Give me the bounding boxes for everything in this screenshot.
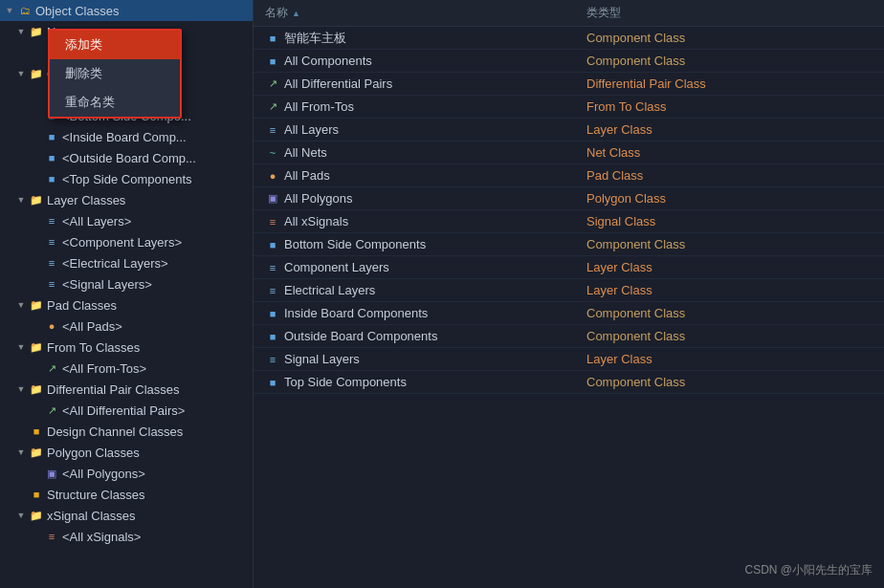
tree-label: <All Differential Pairs> [62,403,185,418]
col-name-label: 名称 [265,5,288,21]
table-row[interactable]: ≡ Signal Layers Layer Class [254,348,884,371]
table-row[interactable]: ■ 智能车主板 Component Class [254,27,884,50]
table-row[interactable]: ■ Bottom Side Components Component Class [254,233,884,256]
tree-item-all-xsignals[interactable]: ≡ <All xSignals> [0,526,253,547]
tree-label: <Top Side Components [62,172,192,186]
cell-name: ≡ All Layers [254,122,579,138]
context-menu-rename[interactable]: 重命名类 [50,88,180,117]
tree-item-design-channel[interactable]: ■ Design Channel Classes [0,421,253,442]
tree-arrow: ▼ [15,383,27,395]
tree-item-all-layers[interactable]: ≡ <All Layers> [0,210,253,231]
context-menu-delete[interactable]: 删除类 [50,59,180,88]
tree-item-xsignal-classes[interactable]: ▼ 📁 xSignal Classes [0,505,253,526]
table-row[interactable]: ■ Inside Board Components Component Clas… [254,302,884,325]
tree-item-layer-classes[interactable]: ▼ 📁 Layer Classes [0,189,253,210]
tree-arrow [31,152,42,163]
table-row[interactable]: ≡ All xSignals Signal Class [254,210,884,233]
tree-label: Structure Classes [47,488,145,502]
signal-icon: ≡ [265,214,280,229]
sort-icon: ▲ [292,9,300,18]
tree-item-pad-classes[interactable]: ▼ 📁 Pad Classes [0,294,253,316]
table-row[interactable]: ■ Outside Board Components Component Cla… [254,325,884,348]
tree-item-all-polygons[interactable]: ▣ <All Polygons> [0,463,253,484]
tree-item-signal-layers[interactable]: ≡ <Signal Layers> [0,273,253,294]
cell-type: Component Class [579,54,884,68]
table-row[interactable]: ↗ All Differential Pairs Differential Pa… [254,73,884,96]
context-menu-add[interactable]: 添加类 [50,31,180,59]
right-panel: 名称 ▲ 类类型 ■ 智能车主板 Component Class ■ All C… [254,0,884,588]
tree-item-outside-board[interactable]: ■ <Outside Board Comp... [0,147,253,168]
main-container: ▼ 🗂 Object Classes 添加类 删除类 重命名类 ▼ 📁 N...… [0,0,884,588]
component-icon: ■ [44,171,59,186]
tree-arrow [31,531,42,542]
table-row[interactable]: ■ All Components Component Class [254,50,884,73]
tree-item-all-pads[interactable]: ● <All Pads> [0,316,253,337]
table-header: 名称 ▲ 类类型 [254,0,884,27]
layer-icon: ≡ [265,260,280,275]
table-row[interactable]: ■ Top Side Components Component Class [254,371,884,394]
tree-item-top-side[interactable]: ■ <Top Side Components [0,168,253,189]
row-name-text: Electrical Layers [284,283,375,297]
table-row[interactable]: ≡ All Layers Layer Class [254,119,884,142]
tree-label: <All Polygons> [62,467,145,481]
tree-label: <Signal Layers> [62,277,152,292]
tree-item-structure-classes[interactable]: ■ Structure Classes [0,484,253,505]
table-row[interactable]: ▣ All Polygons Polygon Class [254,187,884,210]
tree-arrow: ▼ [15,299,27,311]
tree-label: Design Channel Classes [47,425,183,439]
tree-item-component-layers[interactable]: ≡ <Component Layers> [0,231,253,252]
tree-item-root[interactable]: ▼ 🗂 Object Classes [0,0,253,21]
cell-type: Component Class [579,329,884,343]
table-row[interactable]: ↗ All From-Tos From To Class [254,96,884,119]
col-type-label: 类类型 [586,5,621,21]
cell-type: Component Class [579,237,884,251]
tree-item-electrical-layers[interactable]: ≡ <Electrical Layers> [0,252,253,273]
tree-arrow: ▼ [15,341,27,353]
col-name-header[interactable]: 名称 ▲ [254,5,579,21]
tree-item-all-diffpairs[interactable]: ↗ <All Differential Pairs> [0,400,253,421]
component-icon: ■ [265,375,280,390]
tree-arrow [31,278,42,290]
structure-icon: ■ [29,487,44,502]
row-name-text: All xSignals [284,214,348,229]
table-row[interactable]: ~ All Nets Net Class [254,142,884,164]
cell-name: ↗ All Differential Pairs [254,76,579,92]
tree-arrow [31,320,42,332]
tree-item-inside-board[interactable]: ■ <Inside Board Comp... [0,126,253,147]
layer-icon: ≡ [44,234,59,250]
cell-type: Differential Pair Class [579,76,884,91]
tree-arrow [31,362,42,374]
row-name-text: All Nets [284,145,327,160]
cell-type: Layer Class [579,260,884,274]
cell-name: ■ Inside Board Components [254,306,579,321]
component-icon: ■ [265,306,280,321]
row-name-text: All Pads [284,168,330,183]
tree-label: <Inside Board Comp... [62,130,187,144]
tree-item-polygon-classes[interactable]: ▼ 📁 Polygon Classes [0,442,253,463]
tree-arrow: ▼ [4,5,15,16]
table-row[interactable]: ≡ Electrical Layers Layer Class [254,279,884,302]
left-panel: ▼ 🗂 Object Classes 添加类 删除类 重命名类 ▼ 📁 N...… [0,0,254,588]
cell-name: ■ Bottom Side Components [254,237,579,252]
tree-arrow [31,89,42,100]
tree-item-fromto-classes[interactable]: ▼ 📁 From To Classes [0,337,253,358]
component-icon: ■ [44,150,59,165]
layer-icon: ≡ [265,283,280,298]
tree-item-diffpair-classes[interactable]: ▼ 📁 Differential Pair Classes [0,379,253,400]
cell-type: Net Class [579,145,884,160]
table-row[interactable]: ≡ Component Layers Layer Class [254,256,884,279]
row-name-text: Top Side Components [284,375,407,389]
table-body: ■ 智能车主板 Component Class ■ All Components… [254,27,884,394]
tree-arrow [31,236,42,248]
tree-label: Pad Classes [47,298,117,313]
table-row[interactable]: ● All Pads Pad Class [254,164,884,187]
cell-name: ● All Pads [254,168,579,184]
col-type-header[interactable]: 类类型 [579,5,884,21]
tree-item-all-fromtos[interactable]: ↗ <All From-Tos> [0,358,253,379]
tree-label: xSignal Classes [47,509,136,523]
row-name-text: Inside Board Components [284,306,428,320]
tree-label: <All From-Tos> [62,361,146,376]
folder-icon: 📁 [29,297,44,313]
row-name-text: All Differential Pairs [284,76,392,91]
tree-label: <Electrical Layers> [62,256,168,271]
